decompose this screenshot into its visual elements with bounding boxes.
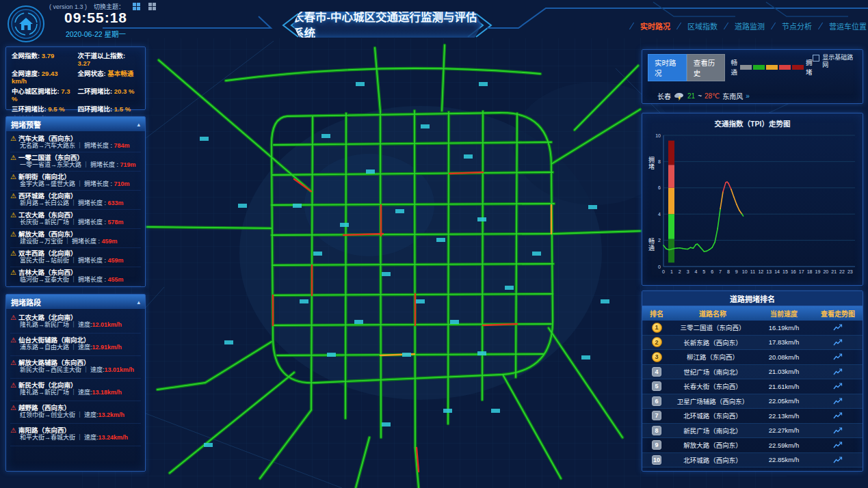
nav-separator	[724, 23, 728, 30]
svg-text:9: 9	[735, 269, 738, 274]
congested-item[interactable]: ⚠南阳路（东向西） 和平大街→春城大街｜速度:13.24km/h	[10, 424, 141, 446]
table-row[interactable]: 1 三零二国道（东向西） 16.19km/h	[642, 321, 863, 336]
warning-item[interactable]: ⚠吉林大路（东向西） 临河街→亚泰大街｜拥堵长度 : 455m	[10, 267, 141, 286]
view-history-button[interactable]: 查看历史	[687, 54, 726, 81]
trend-chart-icon[interactable]	[833, 383, 843, 390]
checkbox-label: 显示基础路网	[822, 54, 857, 69]
page-title: 长春市-中心城区交通运行监测与评估系统	[293, 8, 482, 41]
header: ( version 1.3 ) 切换主题： 09:55:18 2020-06-2…	[0, 0, 868, 42]
table-row[interactable]: 7 北环城路（东向西） 22.13km/h	[642, 409, 863, 424]
date: 2020-06-22 星期一	[48, 29, 144, 39]
trend-chart-icon[interactable]	[833, 353, 843, 361]
svg-text:6: 6	[711, 269, 713, 274]
temp-tilde: ~	[698, 92, 702, 100]
table-row[interactable]: 10 北环城路（西向东） 22.85km/h	[642, 453, 863, 468]
trend-chart-icon[interactable]	[833, 457, 843, 464]
warning-item[interactable]: ⚠西环城路（北向南） 新月路→长白公路｜拥堵长度 : 633m	[10, 191, 141, 210]
trend-chart-icon[interactable]	[833, 368, 843, 376]
nav-item-region-index[interactable]: 区域指数	[685, 19, 720, 33]
warning-item[interactable]: ⚠南湖大路（东向西） 南湖新村中街→南湖广场｜拥堵长度 : 438m	[10, 286, 141, 287]
nav-item-node-analysis[interactable]: 节点分析	[780, 19, 814, 33]
warning-item[interactable]: ⚠双丰西路（北向南） 富民大街→站前街｜拥堵长度 : 459m	[10, 248, 141, 267]
clock: 09:55:18	[48, 10, 144, 26]
warning-icon: ⚠	[10, 193, 16, 200]
nav-item-realtime[interactable]: 实时路况	[638, 19, 672, 33]
svg-text:5: 5	[702, 269, 705, 274]
congested-sections-panel: 拥堵路段 ▴ ⚠工农大路（北向南） 隆礼路→新民广场｜速度:12.01km/h …	[5, 294, 146, 472]
svg-text:7: 7	[719, 269, 722, 274]
svg-text:2: 2	[679, 269, 681, 274]
weather-more-chevron[interactable]: »	[746, 92, 750, 100]
trend-chart-icon[interactable]	[833, 442, 843, 449]
rank-badge: 8	[652, 426, 661, 435]
table-row[interactable]: 5 长春大街（东向西） 21.61km/h	[642, 379, 863, 394]
alert-icon: ⚠	[10, 405, 16, 411]
alert-icon: ⚠	[10, 360, 16, 366]
table-row[interactable]: 8 新民广场（南向北） 22.27km/h	[642, 424, 863, 439]
trend-chart-icon[interactable]	[833, 339, 843, 347]
temp-low: 21	[687, 92, 695, 100]
svg-text:畅通: 畅通	[648, 237, 655, 252]
table-row[interactable]: 4 世纪广场（南向北） 21.03km/h	[642, 365, 863, 380]
nav-item-road-monitor[interactable]: 道路监测	[733, 19, 767, 33]
rank-badge: 6	[652, 396, 661, 406]
stat-center-congestion: 中心城区拥堵比: 7.3 %	[12, 87, 74, 103]
panel-title-bar: 拥堵预警 ▴	[6, 117, 145, 131]
svg-text:18: 18	[807, 269, 813, 274]
svg-text:8: 8	[727, 269, 730, 274]
warning-item[interactable]: ⚠新明街（南向北） 金宇大路→盛世大路｜拥堵长度 : 710m	[10, 172, 141, 191]
trend-chart-icon[interactable]	[833, 324, 843, 331]
congested-item[interactable]: ⚠越野路（西向东） 红领巾街→创业大街｜速度:13.2km/h	[10, 401, 141, 424]
warning-icon: ⚠	[10, 269, 16, 276]
warning-icon: ⚠	[10, 231, 16, 238]
svg-text:12: 12	[758, 269, 763, 274]
stat-arterial-index: 次干道以上指数: 3.27	[78, 52, 140, 67]
congested-item[interactable]: ⚠工农大路（北向南） 隆礼路→新民广场｜速度:12.01km/h	[10, 311, 141, 334]
warning-item[interactable]: ⚠工农大路（东向西） 长庆街→新民广场｜拥堵长度 : 578m	[10, 210, 141, 229]
tpi-line-chart: 0246810012345678910111213141516171819202…	[646, 128, 859, 280]
svg-text:14: 14	[774, 269, 780, 274]
table-title: 道路拥堵排名	[642, 291, 863, 306]
rank-badge: 2	[652, 337, 662, 347]
home-logo[interactable]	[6, 4, 46, 44]
svg-text:22: 22	[839, 269, 845, 274]
trend-chart-icon[interactable]	[833, 412, 843, 420]
version-label: ( version 1.3 )	[49, 3, 87, 10]
warning-item[interactable]: ⚠汽车大路（西向东） 无名路→汽车大路东｜拥堵长度 : 784m	[10, 133, 141, 152]
tpi-trend-panel: 交通指数（TPI）走势图 024681001234567891011121314…	[642, 113, 863, 286]
stat-ring4-congestion: 四环拥堵比: 1.5 %	[78, 105, 140, 113]
weather-icon	[674, 92, 685, 101]
table-body: 1 三零二国道（东向西） 16.19km/h 2 长新东路（西向东） 17.83…	[642, 321, 863, 467]
warning-item[interactable]: ⚠解放大路（西向东） 建设街→万宝街｜拥堵长度 : 459m	[10, 229, 141, 248]
congested-item[interactable]: ⚠仙台大街辅路（南向北） 浦东路→自由大路｜速度:12.91km/h	[10, 334, 141, 356]
warning-list: ⚠汽车大路（西向东） 无名路→汽车大路东｜拥堵长度 : 784m ⚠一零二国道（…	[6, 131, 145, 287]
table-row[interactable]: 9 解放大路（西向东） 22.59km/h	[642, 438, 863, 453]
trend-chart-icon[interactable]	[833, 427, 843, 435]
svg-text:23: 23	[847, 269, 853, 274]
legend-swatch	[740, 65, 752, 70]
svg-text:15: 15	[782, 269, 788, 274]
checkbox-icon[interactable]	[813, 55, 819, 62]
trend-chart-icon[interactable]	[833, 398, 843, 405]
table-row[interactable]: 2 长新东路（西向东） 17.83km/h	[642, 336, 863, 351]
warning-icon: ⚠	[10, 212, 16, 219]
network-overview-panel: 全网指数: 3.79 次干道以上指数: 3.27 全网速度: 29.43 km/…	[5, 46, 146, 110]
congested-item[interactable]: ⚠解放大路辅路（东向西） 新民大街→西民主大街｜速度:13.01km/h	[10, 356, 141, 379]
warning-icon: ⚠	[10, 135, 16, 142]
svg-text:17: 17	[799, 269, 804, 274]
nav-item-fleet-location[interactable]: 营运车位置	[827, 19, 868, 33]
wind-label: 东南风	[722, 91, 743, 101]
rank-badge: 1	[652, 323, 662, 333]
table-row[interactable]: 6 卫星广场辅路（西向东） 22.05km/h	[642, 394, 863, 409]
alert-icon: ⚠	[10, 337, 16, 344]
svg-text:19: 19	[815, 269, 821, 274]
collapse-icon[interactable]: ▴	[137, 121, 140, 128]
collapse-icon[interactable]: ▴	[137, 299, 140, 306]
theme-option-icon[interactable]	[148, 3, 156, 10]
base-network-toggle[interactable]: 显示基础路网	[813, 54, 857, 69]
congested-item[interactable]: ⚠新民大街（北向南） 隆礼路→新民广场｜速度:13.18km/h	[10, 379, 141, 401]
table-row[interactable]: 3 柳江路（东向西） 20.08km/h	[642, 350, 863, 365]
warning-item[interactable]: ⚠一零二国道（东向西） 一零一省道→东荣大路｜拥堵长度 : 719m	[10, 152, 141, 172]
svg-text:0: 0	[658, 265, 661, 269]
realtime-traffic-button[interactable]: 实时路况	[648, 54, 687, 81]
